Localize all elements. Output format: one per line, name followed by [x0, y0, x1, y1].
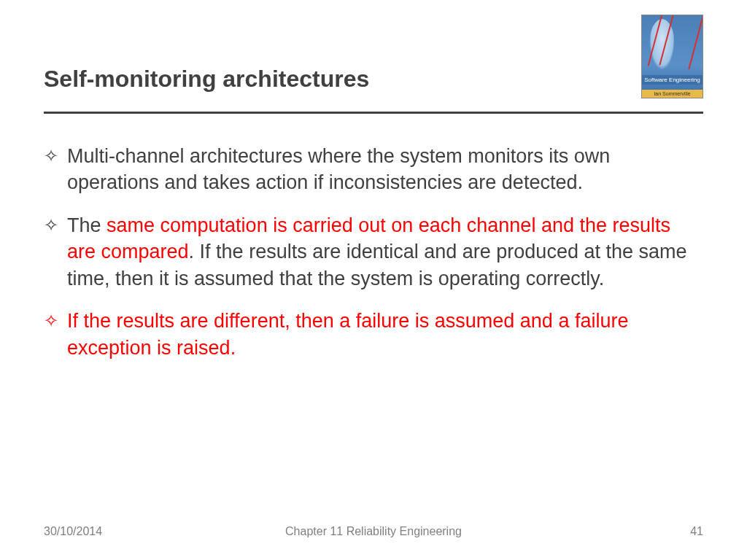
diamond-bullet-icon: ✧ — [44, 143, 67, 169]
footer-chapter: Chapter 11 Reliability Engineering — [285, 525, 462, 538]
book-cover-image: Software Engineering Ian Sommerville — [641, 15, 703, 98]
slide-footer: 30/10/2014 Chapter 11 Reliability Engine… — [44, 525, 703, 538]
title-divider — [44, 112, 703, 114]
bullet-text: If the results are different, then a fai… — [67, 308, 696, 361]
book-author-label: Ian Sommerville — [642, 90, 703, 98]
bullet-item: ✧ Multi-channel architectures where the … — [44, 143, 696, 196]
text-span: The — [67, 214, 107, 236]
bullet-text: Multi-channel architectures where the sy… — [67, 143, 696, 196]
bullet-text: The same computation is carried out on e… — [67, 212, 696, 292]
text-span: . — [231, 337, 236, 359]
bullet-item: ✧ The same computation is carried out on… — [44, 212, 696, 292]
slide-title: Self-monitoring architectures — [44, 58, 369, 93]
highlighted-text: If the results are different, then a fai… — [67, 310, 628, 358]
footer-page-number: 41 — [690, 525, 703, 538]
bullet-item: ✧ If the results are different, then a f… — [44, 308, 696, 361]
slide-content: ✧ Multi-channel architectures where the … — [44, 143, 703, 361]
diamond-bullet-icon: ✧ — [44, 212, 67, 238]
slide: Self-monitoring architectures Software E… — [0, 0, 747, 560]
diamond-bullet-icon: ✧ — [44, 308, 67, 334]
slide-header: Self-monitoring architectures Software E… — [44, 58, 703, 98]
footer-date: 30/10/2014 — [44, 525, 102, 538]
book-title-label: Software Engineering — [642, 75, 703, 85]
